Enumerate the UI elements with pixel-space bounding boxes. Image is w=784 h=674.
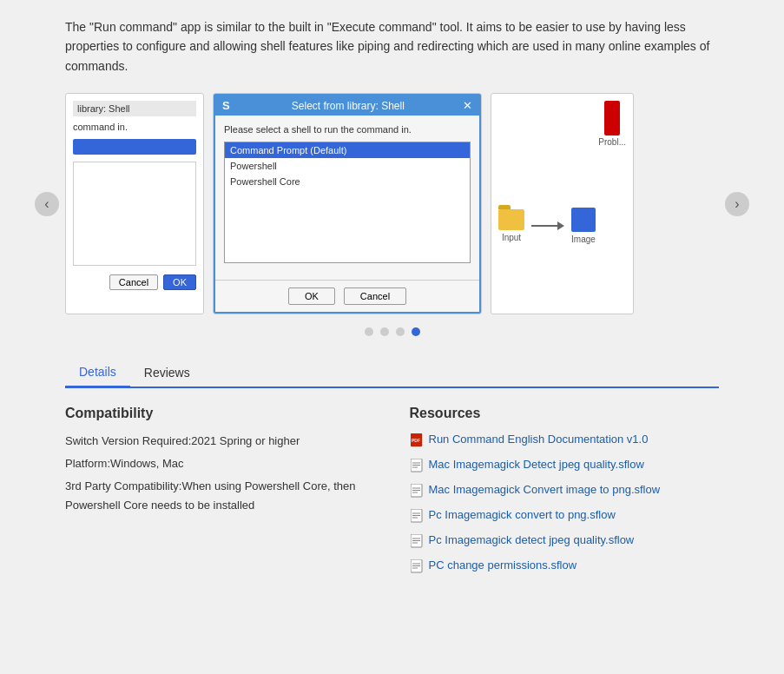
carousel-slide-2: S Select from library: Shell ✕ Please se…	[213, 93, 482, 314]
resource-link-1[interactable]: Mac Imagemagick Detect jpeg quality.sflo…	[429, 457, 644, 472]
tabs-bar: Details Reviews	[65, 358, 719, 388]
carousel-dot-3[interactable]	[412, 327, 420, 336]
tab-reviews[interactable]: Reviews	[130, 358, 204, 387]
sflow-icon-3	[410, 508, 424, 524]
list-item: Pc Imagemagick detect jpeg quality.sflow	[410, 532, 720, 549]
slide3-arrow-icon	[531, 221, 564, 230]
switch-version-line: Switch Version Required:2021 Spring or h…	[65, 432, 375, 451]
carousel-dot-2[interactable]	[396, 327, 405, 336]
slide1-cancel-button[interactable]: Cancel	[109, 274, 158, 290]
carousel-slide-1: library: Shell command in. Cancel OK	[65, 93, 204, 314]
carousel-next-button[interactable]: ›	[725, 192, 749, 216]
slide1-buttons: Cancel OK	[73, 274, 196, 290]
sflow-icon-2	[410, 483, 424, 499]
slide2-listitem-2[interactable]: Powershell Core	[225, 174, 470, 189]
slide1-input-highlight	[73, 139, 196, 155]
slide2-body: Please select a shell to run the command…	[215, 116, 479, 280]
resource-link-3[interactable]: Pc Imagemagick convert to png.sflow	[429, 507, 616, 523]
platform-line: Platform:Windows, Mac	[65, 454, 375, 473]
slide1-titlebar: library: Shell	[73, 101, 196, 116]
carousel-track: library: Shell command in. Cancel OK S S…	[65, 93, 719, 314]
slide2-titlebar: S Select from library: Shell ✕	[215, 96, 479, 116]
slide2-listitem-1[interactable]: Powershell	[225, 158, 470, 174]
sflow-icon-4	[410, 533, 424, 549]
resources-section: Resources PDF Run Command English Docume…	[410, 406, 720, 583]
slide2-listitem-0[interactable]: Command Prompt (Default)	[225, 142, 470, 158]
resource-link-5[interactable]: PC change permissions.sflow	[429, 558, 577, 573]
slide1-ok-button[interactable]: OK	[163, 274, 196, 290]
slide3-input-label: Input	[502, 233, 521, 242]
slide2-listbox: Command Prompt (Default) Powershell Powe…	[224, 142, 471, 263]
details-grid: Compatibility Switch Version Required:20…	[65, 406, 719, 583]
tab-details[interactable]: Details	[65, 358, 130, 388]
pdf-icon: PDF	[410, 433, 424, 448]
slide1-label: command in.	[73, 122, 196, 132]
resource-link-0[interactable]: Run Command English Documentation v1.0	[429, 432, 649, 447]
resource-link-2[interactable]: Mac Imagemagick Convert image to png.sfl…	[429, 482, 661, 498]
slide3-error-label: Probl...	[598, 137, 626, 147]
third-party-line: 3rd Party Compatibility:When using Power…	[65, 477, 375, 515]
list-item: Pc Imagemagick convert to png.sflow	[410, 507, 720, 524]
resources-title: Resources	[410, 406, 720, 421]
compatibility-section: Compatibility Switch Version Required:20…	[65, 406, 375, 515]
slide2-ok-button[interactable]: OK	[288, 287, 335, 305]
svg-text:PDF: PDF	[412, 438, 420, 443]
list-item: PDF Run Command English Documentation v1…	[410, 432, 720, 448]
list-item: Mac Imagemagick Detect jpeg quality.sflo…	[410, 457, 720, 473]
resources-list: PDF Run Command English Documentation v1…	[410, 432, 720, 574]
slide3-flow-diagram: Input Image	[498, 208, 626, 244]
slide2-prompt: Please select a shell to run the command…	[224, 124, 471, 135]
resource-link-4[interactable]: Pc Imagemagick detect jpeg quality.sflow	[429, 532, 635, 548]
app-description: The "Run command" app is similar to the …	[65, 17, 719, 76]
slide3-folder-icon	[498, 209, 524, 230]
list-item: PC change permissions.sflow	[410, 558, 720, 574]
sflow-icon-5	[410, 558, 424, 574]
sflow-icon-1	[410, 458, 424, 473]
page-container: The "Run command" app is similar to the …	[0, 0, 784, 600]
slide2-cancel-button[interactable]: Cancel	[344, 287, 406, 305]
slide2-close-button[interactable]: ✕	[463, 100, 472, 111]
compatibility-title: Compatibility	[65, 406, 375, 421]
carousel-prev-button[interactable]: ‹	[35, 192, 59, 216]
slide3-error-icon	[604, 101, 620, 135]
list-item: Mac Imagemagick Convert image to png.sfl…	[410, 482, 720, 499]
slide2-titlebar-label: Select from library: Shell	[292, 100, 405, 112]
carousel: ‹ library: Shell command in. Cancel OK S	[65, 93, 719, 314]
carousel-dots	[65, 327, 719, 336]
slide1-content-area	[73, 162, 196, 266]
carousel-dot-1[interactable]	[380, 327, 389, 336]
carousel-slide-3: Probl... Input Image	[491, 93, 634, 314]
slide3-image-label: Image	[571, 235, 596, 244]
slide2-titlebar-icon: S	[222, 99, 230, 112]
slide3-image-box	[571, 208, 596, 232]
carousel-dot-0[interactable]	[365, 327, 373, 336]
slide2-footer: OK Cancel	[215, 280, 479, 312]
slide2-dialog: S Select from library: Shell ✕ Please se…	[214, 94, 481, 314]
